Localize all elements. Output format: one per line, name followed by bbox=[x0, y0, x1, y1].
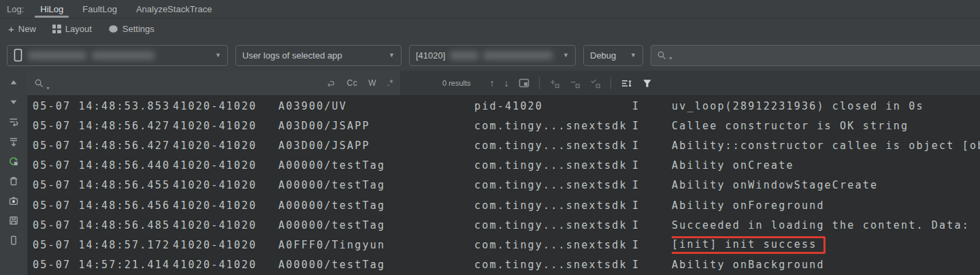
settings-button-label: Settings bbox=[122, 24, 154, 34]
log-time: 05-07 14:48:57.172 bbox=[27, 239, 173, 251]
tab-hilog-label: HiLog bbox=[40, 4, 63, 14]
filter-funnel-icon[interactable] bbox=[642, 78, 653, 88]
log-row[interactable]: 05-07 14:48:56.427 41020-41020 A03D00/JS… bbox=[27, 116, 980, 135]
log-tag: A00000/testTag bbox=[278, 179, 474, 191]
log-level: I bbox=[632, 159, 672, 172]
log-row[interactable]: 05-07 14:48:53.853 41020-41020 A03900/UV… bbox=[27, 96, 980, 116]
log-tabs-bar: Log: HiLog FaultLog AnalyzeStackTrace bbox=[0, 0, 980, 18]
scroll-down-icon[interactable] bbox=[7, 96, 20, 108]
log-row[interactable]: 05-07 14:48:56.440 41020-41020 A00000/te… bbox=[27, 156, 980, 176]
find-search-input[interactable]: ▼ Cc W .* bbox=[27, 71, 400, 95]
screenshot-icon[interactable] bbox=[7, 195, 20, 207]
log-pid-tid: 41020-41020 bbox=[173, 100, 278, 112]
log-tag: A00000/testTag bbox=[278, 159, 474, 172]
log-message: Ability onCreate bbox=[672, 159, 980, 172]
tab-analyzestacktrace-label: AnalyzeStackTrace bbox=[136, 4, 212, 14]
filter-bar: ▼ User logs of selected app ▼ [41020] ▼ … bbox=[0, 39, 980, 71]
log-pid-tid: 41020-41020 bbox=[173, 120, 278, 132]
log-level: I bbox=[632, 120, 672, 132]
layout-button[interactable]: Layout bbox=[52, 24, 92, 34]
highlight-annotation-box: [init] init success bbox=[672, 236, 826, 254]
restart-logging-icon[interactable] bbox=[7, 155, 20, 167]
device-name-redacted bbox=[92, 51, 154, 60]
gear-icon bbox=[108, 24, 118, 34]
log-level: I bbox=[632, 179, 672, 191]
tab-faultlog[interactable]: FaultLog bbox=[73, 0, 127, 18]
search-results-count: 0 results bbox=[442, 79, 471, 87]
log-package: com.tingy...snextsdk bbox=[474, 219, 632, 231]
search-options-caret-icon: ▼ bbox=[46, 86, 50, 91]
log-pid-tid: 41020-41020 bbox=[173, 140, 278, 152]
find-in-selection-icon[interactable] bbox=[519, 78, 529, 88]
log-row[interactable]: 05-07 14:48:56.427 41020-41020 A03D00/JS… bbox=[27, 135, 980, 155]
new-button-label: New bbox=[18, 24, 36, 34]
log-pid-tid: 41020-41020 bbox=[173, 179, 278, 191]
log-level-selector[interactable]: Debug ▼ bbox=[583, 45, 643, 66]
log-level: I bbox=[632, 259, 672, 271]
log-time: 05-07 14:48:56.427 bbox=[27, 140, 173, 152]
regex-toggle[interactable]: .* bbox=[387, 78, 393, 88]
whole-words-toggle[interactable]: W bbox=[368, 78, 376, 88]
log-tag: A03D00/JSAPP bbox=[278, 120, 474, 132]
match-case-toggle[interactable]: Cc bbox=[346, 78, 357, 88]
log-message: Ability::constructor callee is object [o… bbox=[672, 140, 980, 152]
next-occurrence-icon[interactable]: ↓ bbox=[504, 78, 509, 88]
phone-icon bbox=[14, 48, 22, 62]
log-filter-search-input[interactable]: ▼ bbox=[651, 45, 980, 66]
log-row[interactable]: 05-07 14:48:56.456 41020-41020 A00000/te… bbox=[27, 195, 980, 215]
tab-analyzestacktrace[interactable]: AnalyzeStackTrace bbox=[127, 0, 222, 18]
log-package: com.tingy...snextsdk bbox=[474, 179, 632, 191]
log-time: 05-07 14:48:53.853 bbox=[27, 100, 173, 112]
scroll-to-end-icon[interactable] bbox=[7, 135, 20, 148]
log-time: 05-07 14:48:56.456 bbox=[27, 199, 173, 212]
process-name-redacted bbox=[483, 51, 553, 60]
process-selector[interactable]: [41020] ▼ bbox=[409, 45, 576, 66]
chevron-down-icon: ▼ bbox=[383, 52, 395, 59]
log-message: uv_loop(28912231936) closed in 0s bbox=[672, 100, 980, 112]
clear-log-icon[interactable] bbox=[7, 175, 20, 187]
log-pid-tid: 41020-41020 bbox=[173, 159, 278, 172]
remove-occurrence-icon[interactable] bbox=[570, 78, 581, 88]
log-label: Log: bbox=[7, 0, 24, 18]
log-row[interactable]: 05-07 14:48:56.485 41020-41020 A00000/te… bbox=[27, 215, 980, 235]
add-occurrence-icon[interactable] bbox=[549, 78, 560, 88]
search-history-icon[interactable] bbox=[325, 78, 336, 88]
log-type-selector[interactable]: User logs of selected app ▼ bbox=[235, 45, 402, 66]
log-package: com.tingy...snextsdk bbox=[474, 120, 632, 132]
device-selector[interactable]: ▼ bbox=[7, 45, 228, 66]
log-output: 05-07 14:48:53.853 41020-41020 A03900/UV… bbox=[27, 96, 980, 275]
find-bar: ▼ Cc W .* 0 results ↑ ↓ bbox=[27, 71, 980, 96]
log-package: com.tingy...snextsdk bbox=[474, 259, 632, 271]
log-tag: A00000/testTag bbox=[278, 199, 474, 212]
device-screen-icon[interactable] bbox=[7, 234, 20, 246]
log-level: I bbox=[632, 239, 672, 251]
filter-lines-icon[interactable] bbox=[621, 78, 632, 88]
log-time: 05-07 14:48:56.440 bbox=[27, 159, 173, 172]
log-row[interactable]: 05-07 14:48:56.455 41020-41020 A00000/te… bbox=[27, 176, 980, 195]
layout-grid-icon bbox=[52, 25, 61, 33]
log-row[interactable]: 05-07 14:48:57.172 41020-41020 A0FFF0/Ti… bbox=[27, 235, 980, 255]
log-tag: A00000/testTag bbox=[278, 219, 474, 231]
tab-hilog[interactable]: HiLog bbox=[31, 0, 73, 18]
scroll-up-icon[interactable] bbox=[7, 76, 20, 88]
log-level-value: Debug bbox=[590, 50, 616, 61]
chevron-down-icon: ▼ bbox=[557, 52, 569, 59]
log-type-value: User logs of selected app bbox=[242, 50, 342, 61]
log-package: com.tingy...snextsdk bbox=[474, 239, 632, 251]
select-all-occurrences-icon[interactable] bbox=[590, 78, 601, 88]
log-package: com.tingy...snextsdk bbox=[474, 199, 632, 212]
log-time: 05-07 14:48:56.427 bbox=[27, 120, 173, 132]
new-button[interactable]: + New bbox=[8, 24, 36, 34]
log-package: com.tingy...snextsdk bbox=[474, 159, 632, 172]
log-pid-tid: 41020-41020 bbox=[173, 219, 278, 231]
export-log-icon[interactable] bbox=[7, 214, 20, 227]
divider bbox=[539, 77, 540, 89]
process-name-redacted bbox=[450, 51, 478, 60]
plus-icon: + bbox=[8, 24, 14, 34]
log-message: Callee constructor is OK string bbox=[672, 120, 980, 132]
soft-wrap-icon[interactable] bbox=[7, 116, 20, 128]
log-level: I bbox=[632, 140, 672, 152]
previous-occurrence-icon[interactable]: ↑ bbox=[490, 78, 495, 88]
settings-button[interactable]: Settings bbox=[108, 24, 154, 34]
log-row[interactable]: 05-07 14:57:21.414 41020-41020 A00000/te… bbox=[27, 255, 980, 275]
